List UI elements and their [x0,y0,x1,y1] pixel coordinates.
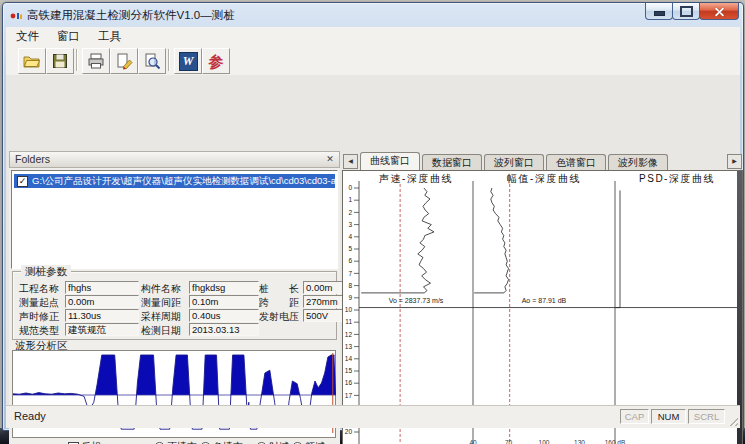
svg-text:70: 70 [505,439,513,444]
menu-item-1[interactable]: 窗口 [49,27,88,46]
resize-grip[interactable] [728,416,738,426]
page-magnifier-icon [143,52,161,70]
field-label-voltage: 发射电压 [259,310,299,324]
svg-text:14: 14 [345,355,353,362]
field-label-project_name: 工程名称 [19,282,59,296]
field-label-pile_length: 桩 长 [259,282,299,296]
field-value-span[interactable]: 270mm [303,295,343,308]
pile-params-title: 测桩参数 [21,265,71,279]
file-checkbox[interactable]: ✓ [17,176,28,187]
field-label-sound_correction: 声时修正 [19,310,59,324]
svg-text:100: 100 [539,439,550,444]
tab-1[interactable]: 数据窗口 [422,154,482,170]
open-file-button[interactable] [18,48,46,74]
field-value-sound_correction[interactable]: 11.30us [65,309,139,322]
field-value-component_name[interactable]: fhgkdsg [189,281,259,294]
field-value-test_date[interactable]: 2013.03.13 [189,323,259,336]
open-folder-icon [23,52,41,70]
field-label-span: 跨 距 [259,296,299,310]
svg-text:1: 1 [348,196,352,203]
tab-4[interactable]: 波列影像 [608,154,668,170]
field-label-component_name: 构件名称 [141,282,181,296]
tab-strip: ◀ 曲线窗口数据窗口波列窗口色谱窗口波列影像 ▶ [342,151,743,170]
invert-label: 反相 [81,440,101,444]
parameters-icon: 参 [209,54,224,69]
svg-text:12: 12 [345,331,353,338]
folders-panel: Folders ✕ ✓ G:\公司产品设计开发\超声仪器\超声仪实地检测数据调试… [9,151,340,444]
folders-panel-header[interactable]: Folders ✕ [9,151,340,168]
maximize-button[interactable] [672,3,700,20]
svg-text:0: 0 [348,184,352,191]
field-value-interval[interactable]: 0.10m [189,295,259,308]
curves-chart-area[interactable]: 01234567891011121314151617181920声速-深度曲线1… [342,170,743,444]
field-value-standard_type[interactable]: 建筑规范 [65,323,139,336]
svg-text:20: 20 [345,428,353,435]
menu-item-2[interactable]: 工具 [90,27,129,46]
app-window: 高铁建用混凝土检测分析软件V1.0—测桩 文件窗口工具 [2,2,744,431]
status-cell-scrl: SCRL [688,409,725,424]
word-icon: W [179,52,198,71]
print-button[interactable] [82,48,110,74]
printer-icon [87,52,105,70]
save-button[interactable] [46,48,74,74]
print-preview-button[interactable] [138,48,166,74]
field-value-voltage[interactable]: 500V [303,309,343,322]
menu-bar: 文件窗口工具 [6,27,740,47]
print-setup-button[interactable] [110,48,138,74]
svg-text:15: 15 [345,367,353,374]
svg-text:8: 8 [348,282,352,289]
status-cell-num: NUM [651,409,686,424]
minimize-button[interactable] [645,3,673,20]
svg-text:Ao = 87.91 dB: Ao = 87.91 dB [522,297,567,304]
field-value-sample_period[interactable]: 0.40us [189,309,259,322]
svg-text:10: 10 [345,306,353,313]
fill-negative-label: 负填充 [213,440,243,444]
svg-text:Vo = 2837.73 m/s: Vo = 2837.73 m/s [389,297,444,304]
tab-scroll-right-icon[interactable]: ▶ [727,154,742,169]
svg-text:13: 13 [345,343,353,350]
maximize-icon [680,6,693,17]
svg-text:声速-深度曲线: 声速-深度曲线 [379,173,453,184]
time-domain-label: 时域 [269,440,289,444]
tab-3[interactable]: 色谱窗口 [546,154,606,170]
svg-text:11: 11 [345,318,352,325]
fill-positive-label: 正填充 [167,440,197,444]
waveform-controls: 反相 正填充 负填充 时域 频域 [9,440,340,444]
status-cell-cap: CAP [620,409,649,424]
svg-text:幅值-深度曲线: 幅值-深度曲线 [507,173,581,184]
field-value-project_name[interactable]: fhghs [65,281,139,294]
menu-item-0[interactable]: 文件 [8,27,47,46]
file-list-item[interactable]: ✓ G:\公司产品设计开发\超声仪器\超声仪实地检测数据调试\cd\cd03\c… [14,174,335,188]
folders-close-icon[interactable]: ✕ [324,153,336,165]
tabs-row: 曲线窗口数据窗口波列窗口色谱窗口波列影像 [360,152,670,170]
close-button[interactable] [699,3,739,20]
svg-text:9: 9 [348,294,352,301]
svg-text:4: 4 [348,233,352,240]
svg-text:5: 5 [348,245,352,252]
toolbar-separator [168,49,169,71]
svg-text:6: 6 [348,257,352,264]
field-value-start_point[interactable]: 0.00m [65,295,139,308]
svg-text:16: 16 [345,379,353,386]
vertical-scrollbar[interactable] [737,171,742,444]
svg-text:7: 7 [348,270,352,277]
toolbar: W 参 [6,46,740,76]
field-value-pile_length[interactable]: 0.00m [303,281,343,294]
tab-scroll-left-icon[interactable]: ◀ [343,154,358,169]
depth-curves-plot: 01234567891011121314151617181920声速-深度曲线1… [343,171,742,444]
curve-window-panel: ◀ 曲线窗口数据窗口波列窗口色谱窗口波列影像 ▶ 012345678910111… [342,151,743,444]
svg-text:40: 40 [469,439,477,444]
file-listbox[interactable]: ✓ G:\公司产品设计开发\超声仪器\超声仪实地检测数据调试\cd\cd03\c… [11,170,338,269]
titlebar[interactable]: 高铁建用混凝土检测分析软件V1.0—测桩 [3,3,743,27]
word-export-button[interactable]: W [174,48,202,74]
svg-text:130: 130 [574,439,585,444]
tab-0[interactable]: 曲线窗口 [360,152,420,170]
tab-2[interactable]: 波列窗口 [484,154,544,170]
pile-params-groupbox: 测桩参数 工程名称fhghs构件名称fhgkdsg桩 长0.00m测量起点0.0… [12,271,337,340]
save-floppy-icon [51,52,69,70]
field-label-start_point: 测量起点 [19,296,59,310]
file-path: G:\公司产品设计开发\超声仪器\超声仪实地检测数据调试\cd\cd03\cd0… [32,175,335,188]
field-label-standard_type: 规范类型 [19,324,59,338]
svg-text:17: 17 [345,392,353,399]
parameters-button[interactable]: 参 [202,48,230,74]
